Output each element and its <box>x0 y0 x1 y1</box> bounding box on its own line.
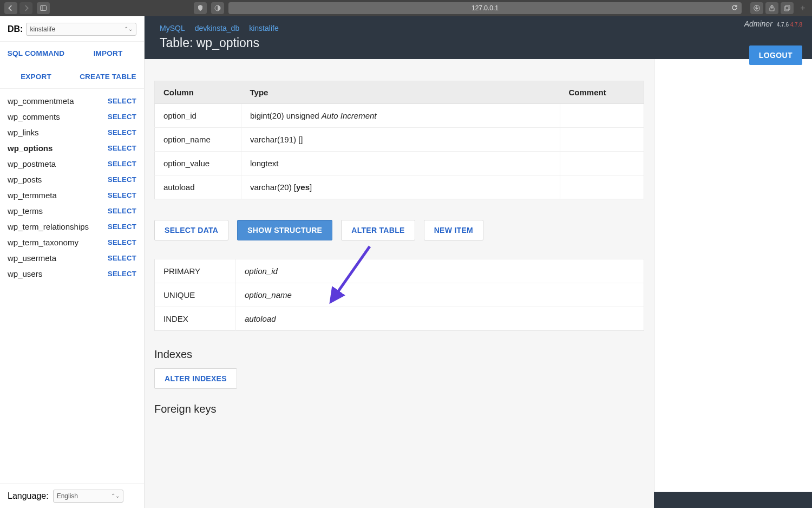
shield-icon[interactable] <box>194 2 207 14</box>
sidebar-table-row: wp_optionsSELECT <box>0 140 144 156</box>
db-select-value: kinstalife <box>30 25 55 33</box>
share-icon[interactable] <box>765 2 778 14</box>
crumb-db[interactable]: devkinsta_db <box>195 24 240 32</box>
table-link[interactable]: wp_termmeta <box>8 191 57 200</box>
sidebar-table-row: wp_postmetaSELECT <box>0 156 144 172</box>
brand-version: 4.7.6 <box>777 22 789 28</box>
table-link[interactable]: wp_links <box>8 128 39 137</box>
column-type: varchar(191) [] <box>241 128 560 152</box>
new-item-button[interactable]: NEW ITEM <box>424 220 483 240</box>
sidebar-table-row: wp_commentmetaSELECT <box>0 93 144 109</box>
column-comment <box>560 175 644 199</box>
table-row: UNIQUEoption_name <box>155 283 644 307</box>
table-list: wp_commentmetaSELECTwp_commentsSELECTwp_… <box>0 89 144 484</box>
table-select-link[interactable]: SELECT <box>108 97 136 105</box>
indexes-summary-table: PRIMARYoption_idUNIQUEoption_nameINDEXau… <box>154 259 644 331</box>
sidebar-table-row: wp_termmetaSELECT <box>0 187 144 203</box>
sidebar-toggle-icon[interactable] <box>37 2 50 14</box>
url-bar[interactable]: 127.0.0.1 <box>228 2 742 14</box>
table-select-link[interactable]: SELECT <box>108 191 136 199</box>
nav-forward-button[interactable] <box>19 2 32 14</box>
sidebar-table-row: wp_term_taxonomySELECT <box>0 235 144 250</box>
table-link[interactable]: wp_terms <box>8 206 43 216</box>
table-link[interactable]: wp_usermeta <box>8 253 56 263</box>
chevron-updown-icon: ⌃⌄ <box>124 27 133 32</box>
create-table-link[interactable]: CREATE TABLE <box>72 65 144 88</box>
col-header-type: Type <box>241 81 560 104</box>
table-link[interactable]: wp_comments <box>8 112 60 121</box>
right-empty-panel <box>654 59 812 492</box>
table-row: autoloadvarchar(20) [yes] <box>155 175 644 199</box>
reader-icon[interactable] <box>211 2 224 14</box>
crumb-schema[interactable]: kinstalife <box>249 24 278 32</box>
import-link[interactable]: IMPORT <box>72 42 144 65</box>
table-row: option_valuelongtext <box>155 152 644 175</box>
sidebar-table-row: wp_term_relationshipsSELECT <box>0 219 144 235</box>
sidebar: DB: kinstalife ⌃⌄ SQL COMMAND IMPORT EXP… <box>0 16 145 508</box>
db-select[interactable]: kinstalife ⌃⌄ <box>26 23 136 36</box>
table-select-link[interactable]: SELECT <box>108 160 136 168</box>
main-content: Column Type Comment option_idbigint(20) … <box>145 59 654 508</box>
table-select-link[interactable]: SELECT <box>108 254 136 262</box>
svg-rect-5 <box>784 6 789 11</box>
index-kind: INDEX <box>155 307 236 331</box>
column-type: longtext <box>241 152 560 175</box>
language-label: Language: <box>8 491 49 501</box>
index-columns: option_id <box>236 259 644 283</box>
crumb-mysql[interactable]: MySQL <box>160 24 185 32</box>
select-data-button[interactable]: SELECT DATA <box>154 220 228 240</box>
table-link[interactable]: wp_term_taxonomy <box>8 238 78 247</box>
url-text: 127.0.0.1 <box>472 4 499 12</box>
sql-command-link[interactable]: SQL COMMAND <box>0 42 72 65</box>
show-structure-button[interactable]: SHOW STRUCTURE <box>237 220 332 240</box>
column-type: varchar(20) [yes] <box>241 175 560 199</box>
column-name: autoload <box>155 175 241 199</box>
export-link[interactable]: EXPORT <box>0 65 72 88</box>
new-tab-button[interactable]: + <box>798 3 808 13</box>
table-select-link[interactable]: SELECT <box>108 223 136 231</box>
table-select-link[interactable]: SELECT <box>108 270 136 278</box>
breadcrumb: MySQL devkinsta_db kinstalife <box>160 24 797 32</box>
table-select-link[interactable]: SELECT <box>108 113 136 121</box>
columns-table: Column Type Comment option_idbigint(20) … <box>154 81 644 199</box>
table-row: PRIMARYoption_id <box>155 259 644 283</box>
downloads-icon[interactable] <box>750 2 763 14</box>
sidebar-table-row: wp_postsSELECT <box>0 172 144 187</box>
svg-rect-6 <box>785 5 790 10</box>
alter-table-button[interactable]: ALTER TABLE <box>341 220 415 240</box>
footer-strip <box>654 492 812 508</box>
table-select-link[interactable]: SELECT <box>108 144 136 152</box>
table-select-link[interactable]: SELECT <box>108 238 136 246</box>
table-link[interactable]: wp_term_relationships <box>8 222 89 231</box>
column-comment <box>560 152 644 175</box>
table-row: option_namevarchar(191) [] <box>155 128 644 152</box>
indexes-heading: Indexes <box>154 348 644 361</box>
db-label: DB: <box>8 24 23 34</box>
table-link[interactable]: wp_users <box>8 269 42 278</box>
column-name: option_name <box>155 128 241 152</box>
nav-back-button[interactable] <box>4 2 17 14</box>
table-row: option_idbigint(20) unsigned Auto Increm… <box>155 104 644 128</box>
alter-indexes-button[interactable]: ALTER INDEXES <box>154 368 237 389</box>
brand-name: Adminer <box>744 19 772 28</box>
table-select-link[interactable]: SELECT <box>108 128 136 136</box>
table-link[interactable]: wp_options <box>8 144 53 153</box>
index-columns: autoload <box>236 307 644 331</box>
table-select-link[interactable]: SELECT <box>108 175 136 184</box>
table-select-link[interactable]: SELECT <box>108 207 136 215</box>
column-type: bigint(20) unsigned Auto Increment <box>241 104 560 128</box>
column-comment <box>560 128 644 152</box>
logout-button[interactable]: LOGOUT <box>749 45 802 65</box>
reload-icon[interactable] <box>731 4 738 13</box>
action-button-row: SELECT DATA SHOW STRUCTURE ALTER TABLE N… <box>154 220 644 240</box>
language-select-value: English <box>57 492 78 500</box>
table-link[interactable]: wp_commentmeta <box>8 96 74 106</box>
language-select[interactable]: English ⌃⌄ <box>53 490 123 503</box>
col-header-comment: Comment <box>560 81 644 104</box>
table-link[interactable]: wp_postmeta <box>8 159 56 168</box>
table-link[interactable]: wp_posts <box>8 175 42 184</box>
column-name: option_value <box>155 152 241 175</box>
brand-version-new: 4.7.8 <box>790 22 802 28</box>
tabs-icon[interactable] <box>781 2 794 14</box>
sidebar-table-row: wp_linksSELECT <box>0 125 144 140</box>
